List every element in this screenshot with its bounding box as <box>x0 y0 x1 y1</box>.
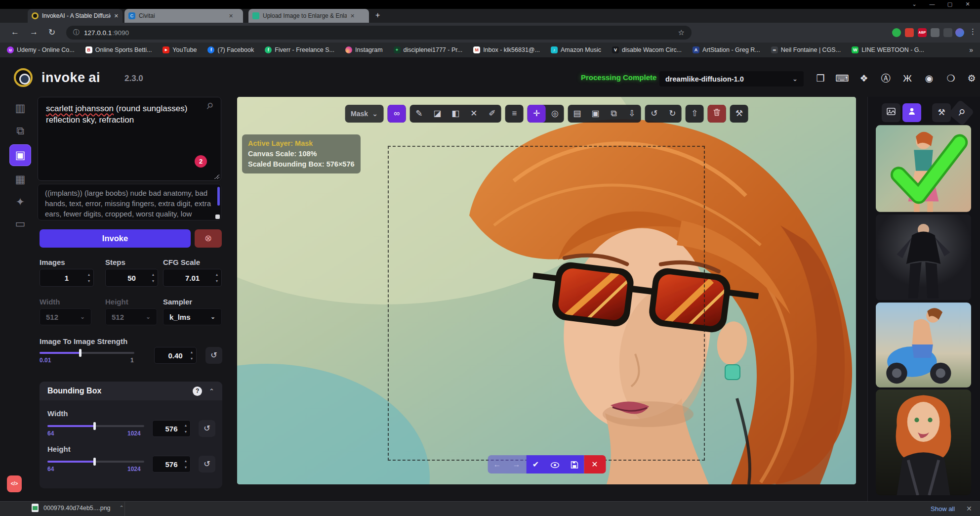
negative-prompt-input[interactable]: ((implants)) (large boobs) nude bad anat… <box>38 184 221 220</box>
discard-image-button[interactable]: ✕ <box>584 455 606 473</box>
gallery-settings-button[interactable]: ⚒ <box>932 103 951 122</box>
stepper-icons[interactable]: ▴▾ <box>185 458 187 471</box>
bookmark-facebook[interactable]: f(7) Facebook <box>207 46 254 53</box>
close-downloads-icon[interactable]: ✕ <box>966 505 972 513</box>
bookmark-inbox[interactable]: MInbox - klk56831@... <box>473 46 540 53</box>
bookmark-wacom[interactable]: Vdisable Wacom Circ... <box>612 46 682 53</box>
gallery-results-tab[interactable] <box>902 103 921 122</box>
merge-layers-button[interactable]: ▤ <box>568 105 586 123</box>
url-bar[interactable]: ⓘ 127.0.0.1 :9090 ☆ <box>66 26 692 40</box>
stepper-icons[interactable]: ▴▾ <box>185 422 187 435</box>
accept-image-button[interactable]: ✔ <box>526 455 545 473</box>
bounding-box-header[interactable]: Bounding Box ? ⌃ <box>40 382 222 400</box>
browser-menu-icon[interactable]: ⋮ <box>969 27 977 36</box>
color-picker-button[interactable]: ✐ <box>483 105 501 123</box>
collapse-icon[interactable]: ⌃ <box>209 387 214 395</box>
tab-nodes[interactable]: ▦ <box>11 170 30 189</box>
maximize-button[interactable]: ▢ <box>942 1 957 7</box>
tab-invokeai[interactable]: InvokeAI - A Stable Diffusion Too ✕ <box>28 9 122 23</box>
stepper-icons[interactable]: ▴▾ <box>191 349 193 362</box>
slider-handle[interactable] <box>93 422 96 430</box>
stepper-icons[interactable]: ▴▾ <box>88 271 90 284</box>
download-image-button[interactable]: ⇩ <box>623 105 641 123</box>
stepper-icons[interactable]: ▴▾ <box>152 271 154 284</box>
gallery-pin-button[interactable]: ⚲ <box>948 99 975 126</box>
bb-width-slider[interactable] <box>47 425 144 427</box>
gallery-thumbnail[interactable] <box>876 389 971 495</box>
bookmark-star-icon[interactable]: ☆ <box>678 28 685 37</box>
bookmark-sports[interactable]: BOnline Sports Betti... <box>85 46 152 53</box>
extensions-puzzle-icon[interactable] <box>931 28 939 37</box>
eraser-tool-button[interactable]: ◪ <box>428 105 447 123</box>
bookmark-instagram[interactable]: Instagram <box>345 46 383 53</box>
mask-visibility-button[interactable]: ∞ <box>388 105 406 123</box>
help-icon[interactable]: ? <box>193 387 202 396</box>
steps-input[interactable]: 50 ▴▾ <box>105 269 158 287</box>
bb-height-reset-button[interactable]: ↺ <box>199 456 215 473</box>
tab-unified-canvas[interactable]: ▣ <box>9 144 31 166</box>
width-select[interactable]: 512⌄ <box>40 308 91 325</box>
gallery-images-tab[interactable] <box>882 103 900 122</box>
bookmark-artstation[interactable]: AArtStation - Greg R... <box>693 46 760 53</box>
strength-slider[interactable] <box>40 352 134 354</box>
show-all-downloads-link[interactable]: Show all <box>931 505 955 513</box>
resize-handle[interactable] <box>214 174 219 179</box>
bookmark-neil-fontaine[interactable]: ∞Neil Fontaine | CGS... <box>771 46 841 53</box>
previous-image-button[interactable]: ← <box>488 455 507 473</box>
clear-canvas-button[interactable] <box>708 105 726 123</box>
bookmark-youtube[interactable]: ▶YouTube <box>163 46 197 53</box>
language-icon[interactable]: Ⓐ <box>878 71 893 86</box>
profile-avatar[interactable] <box>955 28 964 37</box>
tab-close-icon[interactable]: ✕ <box>350 13 355 19</box>
tab-upload-image[interactable]: Upload Image to Enlarge & Enla ✕ <box>248 9 369 23</box>
bookmarks-overflow-icon[interactable]: » <box>969 46 973 54</box>
brush-tool-button[interactable]: ✎ <box>410 105 428 123</box>
back-icon[interactable]: ← <box>11 27 19 37</box>
show-hide-image-button[interactable] <box>545 455 565 473</box>
tab-text-to-image[interactable]: ▥ <box>11 99 30 118</box>
model-select[interactable]: dreamlike-diffusion-1.0 ⌄ <box>659 71 804 86</box>
images-input[interactable]: 1 ▴▾ <box>40 269 94 287</box>
bookmark-amazon-music[interactable]: ♪Amazon Music <box>551 46 601 53</box>
invoke-button[interactable]: Invoke <box>40 229 191 248</box>
tab-post-processing[interactable]: ✦ <box>11 193 30 212</box>
bookmark-webtoon[interactable]: WLINE WEBTOON - G... <box>852 46 924 53</box>
save-to-gallery-button[interactable]: ▣ <box>586 105 605 123</box>
download-item[interactable]: 000979.40d74eb5....png ⌃ <box>32 504 124 512</box>
layer-select[interactable]: Mask ⌄ <box>345 105 384 123</box>
github-icon[interactable]: ◉ <box>922 71 937 86</box>
minimize-button[interactable]: — <box>925 1 939 7</box>
strength-input[interactable]: 0.40 ▴▾ <box>154 347 197 364</box>
strength-reset-button[interactable]: ↺ <box>205 347 222 364</box>
height-select[interactable]: 512⌄ <box>105 308 157 325</box>
clear-mask-button[interactable]: ✕ <box>465 105 483 123</box>
prompt-input[interactable]: scarlett johansson (round sunglasses) re… <box>38 97 221 181</box>
upload-image-button[interactable]: ⇧ <box>686 105 704 123</box>
bookmark-udemy[interactable]: uUdemy - Online Co... <box>7 46 75 53</box>
bounding-box-outline[interactable] <box>388 146 705 461</box>
save-staged-image-button[interactable] <box>565 455 584 473</box>
settings-gear-icon[interactable]: ⚙ <box>964 71 979 86</box>
brush-options-button[interactable]: ≡ <box>505 105 524 123</box>
scrollbar-thumb[interactable] <box>217 187 220 206</box>
site-info-icon[interactable]: ⓘ <box>73 28 80 37</box>
bookmark-disciple[interactable]: ✦disciplenei1777 - Pr... <box>394 46 463 53</box>
tab-image-to-image[interactable]: ⧉ <box>11 122 30 140</box>
resize-handle[interactable] <box>215 215 220 219</box>
extension-abp-icon[interactable]: ABP <box>918 28 927 37</box>
tab-civitai[interactable]: C Civitai ✕ <box>124 9 243 23</box>
canvas-settings-button[interactable]: ⚒ <box>730 105 748 123</box>
extension-red-icon[interactable] <box>905 28 914 37</box>
download-menu-icon[interactable]: ⌃ <box>120 505 124 511</box>
cancel-button[interactable]: ⊗ <box>195 229 222 248</box>
sampler-select[interactable]: k_lms⌄ <box>163 308 222 325</box>
tab-training[interactable]: ▭ <box>11 215 30 233</box>
reset-view-button[interactable]: ◎ <box>546 105 564 123</box>
side-panel-icon[interactable] <box>943 28 952 37</box>
copy-to-clipboard-button[interactable]: ⧉ <box>605 105 623 123</box>
undo-button[interactable]: ↺ <box>645 105 663 123</box>
unified-canvas[interactable]: Mask ⌄ ∞ ✎ ◪ ◧ ✕ ✐ ≡ ✛ ◎ ▤ ▣ <box>237 97 856 484</box>
next-image-button[interactable]: → <box>507 455 526 473</box>
model-manager-icon[interactable]: ❒ <box>813 71 828 86</box>
tab-close-icon[interactable]: ✕ <box>229 13 233 19</box>
